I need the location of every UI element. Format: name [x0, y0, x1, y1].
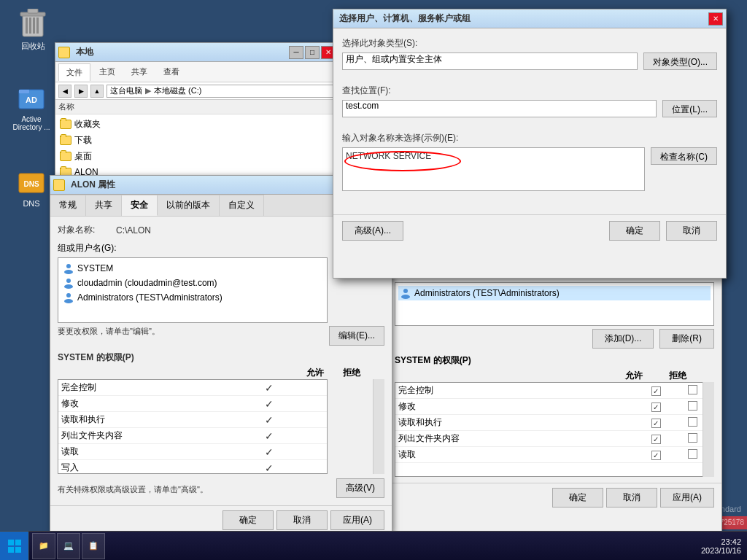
- tab-share[interactable]: 共享: [86, 195, 122, 216]
- svg-point-17: [64, 284, 73, 289]
- file-explorer-title: 本地: [73, 46, 289, 58]
- bg-panel-content: 组或用户名(G): Administrators (TEST\Administr…: [387, 260, 721, 483]
- bg-ok-button[interactable]: 确定: [552, 488, 603, 508]
- tab-previous[interactable]: 以前的版本: [158, 195, 220, 216]
- forward-button[interactable]: ▶: [74, 85, 88, 98]
- recycle-bin-icon[interactable]: 回收站: [7, 6, 58, 55]
- deny-checkbox[interactable]: [688, 417, 697, 427]
- alon-props-icon: [53, 179, 65, 191]
- dialog-cancel-button[interactable]: 取消: [666, 221, 717, 241]
- add-button[interactable]: 添加(D)...: [592, 329, 654, 349]
- location-button[interactable]: 位置(L)...: [662, 100, 717, 117]
- svg-rect-23: [15, 547, 21, 553]
- edit-button[interactable]: 编辑(E)...: [329, 326, 384, 346]
- bg-bottom-buttons: 确定 取消 应用(A): [387, 483, 721, 512]
- svg-rect-20: [8, 540, 14, 545]
- group-item-cloudadmin[interactable]: cloudadmin (cloudadmin@test.com): [61, 276, 324, 290]
- bg-perm-row-listfolder: 列出文件夹内容: [395, 431, 713, 447]
- ribbon-tab-home[interactable]: 主页: [92, 63, 123, 80]
- alon-bottom-buttons: 确定 取消 应用(A): [50, 505, 392, 534]
- remove-button[interactable]: 删除(R): [659, 329, 714, 349]
- up-button[interactable]: ▲: [90, 85, 104, 98]
- file-explorer-titlebar: 本地 ─ □ ✕: [55, 43, 338, 62]
- advanced-button[interactable]: 高级(V): [336, 478, 384, 498]
- alon-ok-button[interactable]: 确定: [222, 510, 274, 530]
- minimize-button[interactable]: ─: [289, 46, 303, 59]
- perm-header: 允许 拒绝: [58, 367, 384, 379]
- alon-apply-button[interactable]: 应用(A): [330, 510, 384, 530]
- check-name-button[interactable]: 检查名称(C): [651, 147, 717, 165]
- svg-text:AD: AD: [26, 96, 37, 104]
- perm-row-readexec: 读取和执行 ✓: [58, 412, 327, 428]
- file-item-desktop[interactable]: 桌面: [57, 148, 337, 164]
- file-item-label: 桌面: [74, 150, 92, 163]
- bg-cancel-button[interactable]: 取消: [606, 488, 657, 508]
- object-type-button[interactable]: 对象类型(O)...: [643, 52, 717, 70]
- bg-apply-button[interactable]: 应用(A): [660, 488, 714, 508]
- taskbar: 📁 💻 📋 23:42 2023/10/16: [0, 531, 747, 560]
- file-list-header: 名称: [55, 100, 338, 114]
- column-header-name: 名称: [58, 101, 74, 112]
- file-item-downloads[interactable]: 下载: [57, 132, 337, 148]
- svg-text:DNS: DNS: [23, 180, 39, 188]
- taskbar-item-explorer[interactable]: 📁: [32, 533, 55, 559]
- file-item-favorites[interactable]: 收藏夹: [57, 116, 337, 132]
- ribbon-tab-file[interactable]: 文件: [58, 63, 90, 81]
- deny-checkbox[interactable]: [688, 385, 697, 394]
- select-users-close-button[interactable]: ✕: [708, 12, 723, 26]
- bg-perm-row-read: 读取: [395, 447, 713, 463]
- bg-props-panel: 组或用户名(G): Administrators (TEST\Administr…: [387, 259, 722, 536]
- folder-icon: [60, 152, 71, 161]
- svg-point-15: [64, 270, 73, 274]
- allow-checkbox[interactable]: [651, 419, 661, 428]
- bg-perm-row-fullcontrol: 完全控制: [395, 383, 713, 399]
- admins-icon: [63, 292, 74, 303]
- allow-checkbox[interactable]: [651, 402, 661, 412]
- network-service-text: NETWORK SERVICE: [346, 151, 431, 161]
- maximize-button[interactable]: □: [305, 46, 320, 59]
- object-name-input-area[interactable]: NETWORK SERVICE: [342, 147, 645, 191]
- ribbon-tab-view[interactable]: 查看: [156, 63, 187, 80]
- allow-checkbox[interactable]: [651, 435, 661, 444]
- path-part-2: 本地磁盘 (C:): [154, 85, 201, 96]
- advanced-dialog-button[interactable]: 高级(A)...: [342, 221, 403, 241]
- bg-perm-table: 完全控制 修改 读取和执行 列出文件夹内: [395, 382, 714, 477]
- group-item-admins[interactable]: Administrators (TEST\Administrators): [61, 290, 324, 305]
- enter-name-label: 输入对象名称来选择(示例)(E):: [342, 132, 717, 144]
- svg-point-12: [403, 289, 408, 293]
- dialog-ok-button[interactable]: 确定: [609, 221, 660, 241]
- r-allow-check: ✓: [265, 446, 274, 458]
- ribbon-tab-share[interactable]: 共享: [124, 63, 155, 80]
- address-path[interactable]: 这台电脑 ▶ 本地磁盘 (C:): [107, 85, 336, 98]
- svg-rect-4: [36, 18, 39, 34]
- allow-checkbox[interactable]: [651, 451, 661, 460]
- window-controls: ─ □ ✕: [289, 46, 336, 59]
- deny-checkbox[interactable]: [688, 401, 697, 411]
- bg-scrollbar[interactable]: [703, 382, 714, 477]
- allow-checkbox[interactable]: [651, 386, 661, 396]
- perm-row-listfolder: 列出文件夹内容 ✓: [58, 428, 327, 444]
- bg-deny-header: 拒绝: [656, 370, 700, 382]
- select-users-dialog: 选择用户、计算机、服务帐户或组 ✕ 选择此对象类型(S): 用户、组或内置安全主…: [333, 9, 727, 279]
- tab-general[interactable]: 常规: [50, 195, 86, 216]
- bg-group-list[interactable]: Administrators (TEST\Administrators): [395, 282, 714, 326]
- group-list[interactable]: SYSTEM cloudadmin (cloudadmin@test.com) …: [58, 257, 328, 323]
- deny-checkbox[interactable]: [688, 433, 697, 443]
- perm-scrollbar[interactable]: [373, 379, 384, 474]
- group-item-system[interactable]: SYSTEM: [61, 261, 324, 276]
- bg-group-item-admins[interactable]: Administrators (TEST\Administrators): [398, 286, 711, 300]
- tab-security[interactable]: 安全: [122, 195, 158, 216]
- alon-cancel-button[interactable]: 取消: [276, 510, 328, 530]
- tab-custom[interactable]: 自定义: [220, 195, 264, 216]
- taskbar-item-cmd[interactable]: 💻: [57, 533, 80, 559]
- taskbar-item-servermgr[interactable]: 📋: [82, 533, 105, 559]
- deny-checkbox[interactable]: [688, 449, 697, 459]
- location-input: test.com: [342, 100, 657, 117]
- user-icon: [63, 277, 74, 289]
- dns-image: DNS: [17, 167, 46, 196]
- active-directory-icon[interactable]: AD Active Directory ...: [6, 80, 57, 134]
- group-item-cloudadmin-name: cloudadmin (cloudadmin@test.com): [77, 278, 217, 288]
- bg-perm-row-modify: 修改: [395, 399, 713, 415]
- start-button[interactable]: [0, 532, 29, 561]
- back-button[interactable]: ◀: [58, 85, 71, 98]
